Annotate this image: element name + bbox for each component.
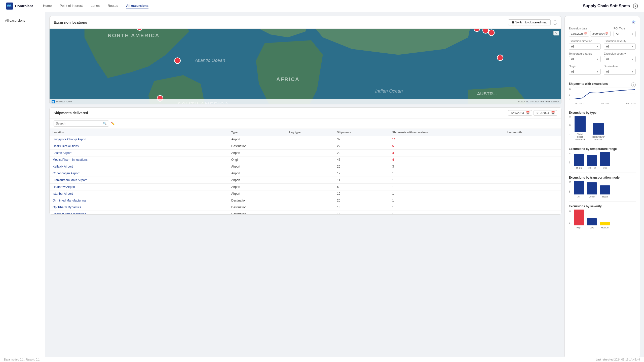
nav-routes[interactable]: Routes: [108, 3, 118, 9]
cell-location[interactable]: MedicaPharm Innovations: [50, 156, 228, 163]
filter-date-end[interactable]: 2/29/2024 📅: [590, 31, 611, 36]
excursion-country-label: Excursion country: [604, 52, 636, 55]
cell-leg-type: [286, 184, 334, 190]
excursion-severity-select[interactable]: All ▼: [604, 44, 636, 50]
filter-row-dir-sev: Excursion direction All ▼ Excursion seve…: [569, 39, 636, 50]
filter-icon[interactable]: ⚗️: [632, 20, 636, 24]
map-svg: NORTH AMERICA EUROPE ASIA AFRICA SOUTH A…: [50, 29, 561, 104]
date-range: 12/7/2023 📅 3/10/2024 📅: [508, 110, 557, 116]
cell-location[interactable]: Frankfurt am Main Airport: [50, 177, 228, 184]
cell-last-month: [504, 190, 561, 197]
cell-last-month: [504, 156, 561, 163]
logo[interactable]: Controlant: [6, 3, 33, 10]
cell-location[interactable]: Healix BioSolutions: [50, 143, 228, 150]
temp-bars-inner: 15-25 -20 - -10 2-8: [574, 152, 610, 170]
cell-leg-type: [286, 136, 334, 143]
svg-text:NORTH AMERICA: NORTH AMERICA: [108, 32, 160, 38]
sidebar-item-all-excursions[interactable]: All excursions: [0, 16, 45, 25]
filter-date-start[interactable]: 12/3/2023 📅: [569, 31, 589, 36]
col-excursions: Shipments with excursions: [389, 129, 504, 136]
cell-shipments: 13: [334, 204, 389, 211]
cell-type: Destination: [228, 211, 286, 215]
cell-type: Airport: [228, 170, 286, 177]
nav-home[interactable]: Home: [43, 3, 52, 9]
temp-range-select[interactable]: All ▼: [569, 56, 601, 62]
cell-last-month: [504, 150, 561, 156]
table-row: PharmaFusion Industries Destination 17 1: [50, 211, 561, 215]
edit-icon[interactable]: ✏️: [111, 122, 115, 125]
calendar-icon-2: 📅: [551, 111, 555, 115]
nav-lanes[interactable]: Lanes: [91, 3, 100, 9]
switch-clustered-btn[interactable]: ⊞ Switch to clustered map: [508, 19, 551, 25]
right-panel: ⚗️ Excursion date 12/3/2023 📅 2/29/2024: [564, 16, 640, 358]
expand-map-btn[interactable]: ⤡: [553, 31, 559, 35]
bar-low: Low: [587, 218, 597, 229]
cell-location[interactable]: Omnimed Manufacturing: [50, 197, 228, 204]
bar-road: Road: [600, 185, 610, 198]
excursion-direction-select[interactable]: All ▼: [569, 44, 601, 50]
cell-location[interactable]: Boston Airport: [50, 150, 228, 156]
svg-point-36: [497, 55, 503, 61]
bar-above-upper-label: Above upperthreshold: [574, 133, 586, 141]
temp-range-label: Temperature range: [569, 52, 601, 55]
filter-row-origin-dest: Origin All ▼ Destination All ▼: [569, 65, 636, 75]
map-info-icon[interactable]: i: [553, 20, 557, 25]
cell-location[interactable]: OptiPharm Dynamics: [50, 204, 228, 211]
cell-location[interactable]: Istanbul Airport: [50, 190, 228, 197]
bar-2-8: 2-8: [600, 152, 610, 170]
footer-left: Data model: 0.1 , Report: 0.1: [4, 358, 40, 361]
cell-leg-type: [286, 190, 334, 197]
cell-type: Airport: [228, 184, 286, 190]
info-circle-icon[interactable]: i: [633, 4, 638, 9]
table-row: Boston Airport Airport 29 4: [50, 150, 561, 156]
cell-shipments: 37: [334, 136, 389, 143]
svg-point-37: [175, 58, 180, 63]
date-start-input[interactable]: 12/7/2023 📅: [508, 110, 532, 116]
transport-y-10: 10: [569, 181, 571, 183]
bar-below-lower-label: Below lowerthreshold: [592, 136, 605, 141]
cell-type: Destination: [228, 204, 286, 211]
cell-location[interactable]: Copenhagen Airport: [50, 170, 228, 177]
cell-location[interactable]: Singapore Changi Airport: [50, 136, 228, 143]
cell-leg-type: [286, 143, 334, 150]
nav-poi[interactable]: Point of Interest: [60, 3, 83, 9]
cell-last-month: [504, 184, 561, 190]
cell-type: Destination: [228, 143, 286, 150]
chevron-down-icon-3: ▼: [631, 46, 633, 48]
search-input[interactable]: [56, 122, 103, 125]
filter-group-country: Excursion country All ▼: [604, 52, 636, 62]
severity-y-0: 0: [569, 222, 570, 224]
svg-text:Atlantic Ocean: Atlantic Ocean: [195, 58, 225, 63]
app-title: Supply Chain Soft Spots: [583, 4, 630, 8]
svg-point-35: [488, 30, 494, 35]
excursion-direction-label: Excursion direction: [569, 39, 601, 43]
poi-type-select[interactable]: All ▼: [614, 31, 636, 37]
cell-last-month: [504, 177, 561, 184]
page-footer: Data model: 0.1 , Report: 0.1 Last refre…: [0, 357, 644, 362]
chart-info-icon[interactable]: i: [631, 83, 636, 87]
logo-icon: [6, 3, 13, 10]
destination-select[interactable]: All ▼: [604, 69, 636, 75]
cell-location[interactable]: Keflavik Airport: [50, 163, 228, 170]
y-label-8: 8: [569, 94, 570, 96]
table-row: Copenhagen Airport Airport 17 1: [50, 170, 561, 177]
date-end-input[interactable]: 3/10/2024 📅: [534, 110, 557, 116]
search-box[interactable]: 🔍: [54, 120, 109, 127]
excursion-country-select[interactable]: All ▼: [604, 56, 636, 62]
cell-shipments: 25: [334, 163, 389, 170]
cell-last-month: [504, 170, 561, 177]
cell-location[interactable]: Heathrow Airport: [50, 184, 228, 190]
filter-row-temp-country: Temperature range All ▼ Excursion countr…: [569, 52, 636, 62]
cell-type: Airport: [228, 177, 286, 184]
cell-excursions: 1: [389, 211, 504, 215]
cal-icon-1: 📅: [584, 32, 587, 35]
cell-excursions: 5: [389, 143, 504, 150]
line-chart-x-labels: Dec 2023 Jan 2024 Feb 2024: [574, 102, 636, 105]
cell-shipments: 22: [334, 143, 389, 150]
table-row: Omnimed Manufacturing Destination 20 1: [50, 197, 561, 204]
nav-all-excursions[interactable]: All excursions: [126, 3, 148, 9]
search-icon: 🔍: [103, 122, 107, 125]
cell-location[interactable]: PharmaFusion Industries: [50, 211, 228, 215]
origin-select[interactable]: All ▼: [569, 69, 601, 75]
origin-label: Origin: [569, 65, 601, 68]
